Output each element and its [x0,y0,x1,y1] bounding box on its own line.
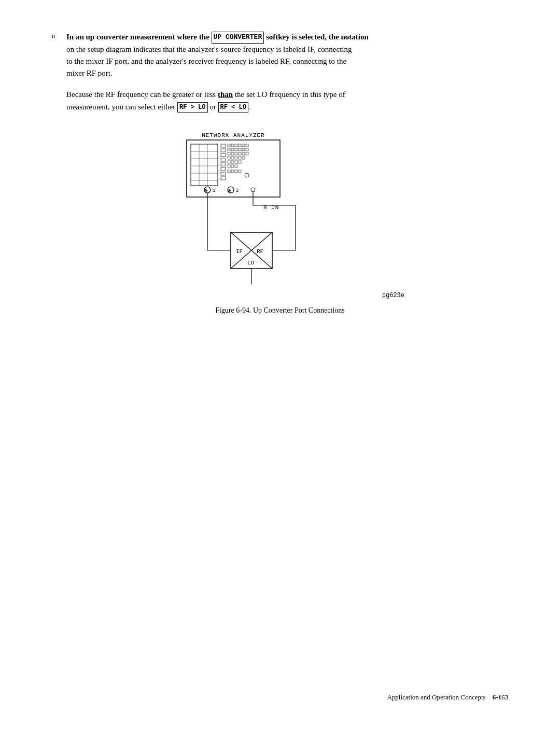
page: n In an up converter measurement where t… [0,0,560,730]
svg-rect-12 [221,153,226,157]
svg-rect-50 [235,170,237,173]
svg-rect-17 [221,177,226,180]
svg-text:1: 1 [213,188,215,193]
svg-rect-51 [239,170,241,173]
footer-label: Application and Operation Concepts [387,693,485,701]
svg-rect-44 [239,161,241,163]
svg-rect-34 [242,152,245,155]
footer-text: Application and Operation Concepts 6-163 [387,693,508,701]
svg-point-59 [251,188,255,192]
footer-bold: 6-1 [493,693,501,701]
svg-rect-42 [231,161,234,163]
footer-page-num: 63 [501,693,508,701]
svg-rect-11 [221,149,226,152]
svg-rect-41 [228,161,230,163]
svg-rect-23 [246,144,248,147]
svg-rect-36 [228,157,230,159]
pg-ref: pg623e [156,292,404,299]
svg-rect-43 [235,161,237,163]
svg-rect-24 [228,148,230,151]
svg-rect-21 [239,144,241,147]
svg-rect-31 [231,152,234,155]
svg-text:IF: IF [236,248,243,255]
svg-rect-19 [231,144,234,147]
bold-than: than [218,90,233,99]
svg-rect-48 [228,170,230,173]
svg-point-52 [245,173,249,177]
figure-caption-text: Figure 6-94. Up Converter Port Connectio… [215,306,345,314]
bullet-bold-start: In an up converter measurement where the [66,33,209,41]
svg-rect-13 [221,158,226,161]
svg-text:NETWORK ANALYZER: NETWORK ANALYZER [202,132,265,138]
svg-rect-27 [239,148,241,151]
svg-rect-40 [242,157,245,159]
bullet-section: n In an up converter measurement where t… [52,31,508,79]
svg-rect-28 [242,148,245,151]
bullet-paragraph: In an up converter measurement where the… [66,31,508,79]
network-analyzer-diagram: NETWORK ANALYZER [156,129,404,289]
svg-rect-46 [231,165,234,167]
para-text: Because the RF frequency can be greater … [66,89,508,113]
bullet-marker: n [52,31,66,79]
svg-text:⊕: ⊕ [228,188,231,193]
svg-rect-39 [239,157,241,159]
para-indent: Because the RF frequency can be greater … [66,89,508,113]
svg-rect-25 [231,148,234,151]
svg-rect-30 [228,152,230,155]
svg-text:RF: RF [257,248,263,255]
svg-rect-29 [246,148,248,151]
svg-rect-18 [228,144,230,147]
pg-ref-text: pg623e [382,292,404,299]
figure-caption: Figure 6-94. Up Converter Port Connectio… [215,306,345,315]
svg-rect-22 [242,144,245,147]
bullet-content: In an up converter measurement where the… [66,31,508,79]
svg-rect-15 [221,167,226,171]
svg-rect-14 [221,163,226,166]
svg-rect-38 [235,157,237,159]
bullet-bold-end: softkey is selected, the notation [266,33,369,41]
svg-text:2: 2 [236,188,239,193]
svg-rect-26 [235,148,237,151]
footer: Application and Operation Concepts 6-163 [52,693,508,701]
svg-rect-35 [246,152,248,155]
svg-rect-33 [239,152,241,155]
svg-rect-47 [235,165,237,167]
svg-text:⊕: ⊕ [204,188,208,193]
svg-rect-32 [235,152,237,155]
svg-rect-16 [221,172,226,175]
svg-rect-2 [191,144,218,186]
svg-rect-45 [228,165,230,167]
softkey-rf-gt-lo: RF > LO [177,102,207,113]
svg-rect-20 [235,144,237,147]
figure-container: NETWORK ANALYZER [52,129,508,315]
softkey-rf-lt-lo: RF < LO [218,102,248,113]
svg-text:LO: LO [247,260,255,266]
svg-rect-49 [231,170,234,173]
svg-rect-37 [231,157,234,159]
softkey-up-converter: UP CONVERTER [212,32,264,43]
svg-rect-10 [221,144,226,147]
